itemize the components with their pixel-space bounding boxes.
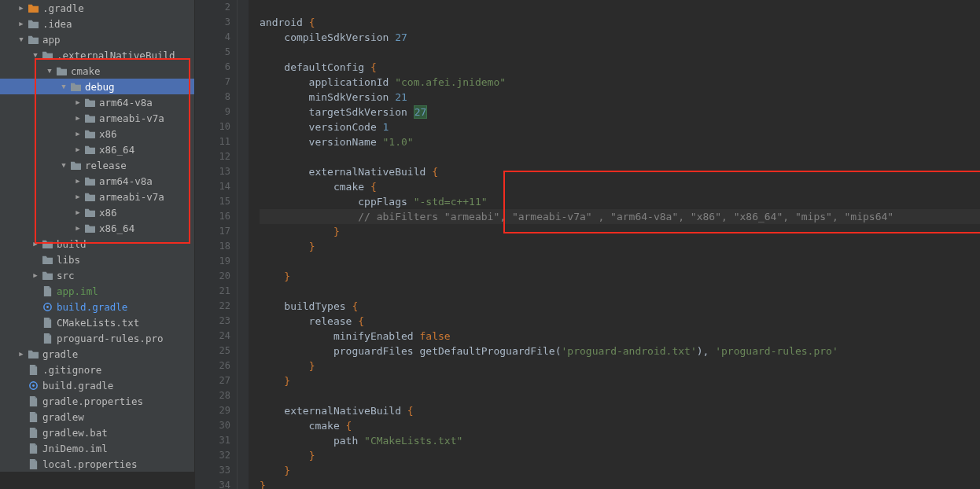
expand-arrow-icon[interactable]: [60, 83, 68, 90]
code-line[interactable]: targetSdkVersion 27: [260, 105, 980, 119]
expand-arrow-icon[interactable]: [17, 350, 25, 358]
expand-arrow-icon[interactable]: [17, 4, 25, 12]
line-number: 17: [195, 224, 230, 239]
tree-folder[interactable]: cmake: [0, 63, 194, 79]
code-line[interactable]: externalNativeBuild {: [260, 403, 980, 418]
tree-folder[interactable]: src: [0, 267, 194, 283]
tree-file[interactable]: gradle.properties: [0, 393, 194, 409]
code-line[interactable]: [260, 149, 980, 164]
tree-folder[interactable]: debug: [0, 79, 194, 94]
expand-arrow-icon[interactable]: [31, 271, 39, 279]
tree-folder[interactable]: x86_64: [0, 220, 194, 236]
code-line[interactable]: compileSdkVersion 27: [260, 30, 980, 45]
code-line[interactable]: [260, 254, 980, 269]
tree-folder[interactable]: x86_64: [0, 142, 194, 157]
file-icon: [41, 300, 53, 313]
tree-file[interactable]: gradlew.bat: [0, 425, 194, 440]
code-token: [260, 465, 284, 476]
code-line[interactable]: cmake {: [260, 418, 980, 433]
code-editor[interactable]: 2345678910111213141516171819202122232425…: [195, 0, 980, 489]
code-line[interactable]: [260, 0, 980, 15]
code-line[interactable]: }: [260, 478, 980, 489]
tree-folder[interactable]: arm64-v8a: [0, 94, 194, 110]
code-line[interactable]: }: [260, 239, 980, 254]
code-line[interactable]: release {: [260, 314, 980, 329]
code-line[interactable]: }: [260, 373, 980, 388]
line-number: 2: [195, 0, 230, 15]
code-line[interactable]: minifyEnabled false: [260, 329, 980, 344]
tree-folder[interactable]: .idea: [0, 16, 194, 31]
tree-file[interactable]: JniDemo.iml: [0, 440, 194, 456]
code-token: [260, 241, 309, 252]
code-line[interactable]: versionName "1.0": [260, 134, 980, 149]
code-line[interactable]: // abiFilters "armeabi", "armeabi-v7a" ,…: [260, 209, 980, 224]
tree-folder[interactable]: armeabi-v7a: [0, 110, 194, 126]
code-line[interactable]: }: [260, 269, 980, 284]
expand-arrow-icon[interactable]: [17, 35, 25, 43]
code-line[interactable]: }: [260, 463, 980, 478]
code-line[interactable]: [260, 45, 980, 60]
tree-file[interactable]: local.properties: [0, 456, 194, 472]
line-number: 22: [195, 299, 230, 314]
expand-arrow-icon[interactable]: [74, 130, 82, 138]
tree-item-label: gradlew: [42, 411, 84, 423]
code-line[interactable]: path "CMakeLists.txt": [260, 433, 980, 448]
expand-arrow-icon[interactable]: [74, 193, 82, 200]
expand-arrow-icon[interactable]: [60, 161, 68, 169]
code-token: defaultConfig: [260, 61, 370, 73]
code-line[interactable]: cppFlags "-std=c++11": [260, 194, 980, 209]
code-line[interactable]: }: [260, 448, 980, 463]
fold-gutter[interactable]: [238, 0, 249, 489]
tree-folder[interactable]: arm64-v8a: [0, 173, 194, 189]
tree-file[interactable]: CMakeLists.txt: [0, 314, 194, 330]
code-content[interactable]: android { compileSdkVersion 27 defaultCo…: [249, 0, 980, 489]
tree-folder[interactable]: gradle: [0, 346, 194, 362]
tree-file[interactable]: gradlew: [0, 409, 194, 425]
code-line[interactable]: externalNativeBuild {: [260, 164, 980, 179]
expand-arrow-icon[interactable]: [74, 177, 82, 185]
code-token: }: [284, 270, 290, 282]
project-tree[interactable]: .gradle.ideaapp.externalNativeBuildcmake…: [0, 0, 195, 472]
expand-arrow-icon[interactable]: [31, 51, 39, 59]
tree-folder[interactable]: .gradle: [0, 0, 194, 16]
expand-arrow-icon[interactable]: [74, 145, 82, 153]
code-line[interactable]: }: [260, 358, 980, 373]
expand-arrow-icon[interactable]: [74, 98, 82, 106]
code-token: path: [260, 435, 364, 447]
tree-folder[interactable]: x86: [0, 204, 194, 220]
tree-folder[interactable]: release: [0, 157, 194, 173]
code-line[interactable]: applicationId "com.afei.jnidemo": [260, 75, 980, 90]
expand-arrow-icon[interactable]: [74, 114, 82, 122]
tree-folder[interactable]: libs: [0, 252, 194, 267]
expand-arrow-icon[interactable]: [46, 67, 53, 75]
code-token: externalNativeBuild: [260, 166, 432, 178]
code-line[interactable]: versionCode 1: [260, 119, 980, 134]
line-number: 14: [195, 179, 230, 194]
tree-item-label: release: [85, 160, 127, 171]
tree-folder[interactable]: app: [0, 31, 194, 47]
tree-folder[interactable]: armeabi-v7a: [0, 189, 194, 204]
code-line[interactable]: proguardFiles getDefaultProguardFile('pr…: [260, 344, 980, 358]
code-line[interactable]: minSdkVersion 21: [260, 90, 980, 105]
tree-folder[interactable]: x86: [0, 126, 194, 142]
tree-file[interactable]: app.iml: [0, 283, 194, 299]
tree-file[interactable]: build.gradle: [0, 299, 194, 314]
code-line[interactable]: [260, 284, 980, 299]
expand-arrow-icon[interactable]: [74, 224, 82, 232]
tree-item-label: libs: [57, 254, 80, 266]
tree-file[interactable]: build.gradle: [0, 377, 194, 393]
code-line[interactable]: android {: [260, 15, 980, 30]
tree-file[interactable]: .gitignore: [0, 362, 194, 377]
code-line[interactable]: buildTypes {: [260, 299, 980, 314]
code-line[interactable]: cmake {: [260, 179, 980, 194]
svg-point-3: [32, 384, 35, 387]
code-line[interactable]: defaultConfig {: [260, 60, 980, 75]
code-line[interactable]: [260, 388, 980, 403]
code-line[interactable]: }: [260, 224, 980, 239]
expand-arrow-icon[interactable]: [17, 20, 25, 28]
tree-file[interactable]: proguard-rules.pro: [0, 330, 194, 346]
tree-folder[interactable]: .externalNativeBuild: [0, 47, 194, 63]
tree-folder[interactable]: build: [0, 236, 194, 252]
expand-arrow-icon[interactable]: [74, 208, 82, 216]
expand-arrow-icon[interactable]: [31, 240, 39, 248]
